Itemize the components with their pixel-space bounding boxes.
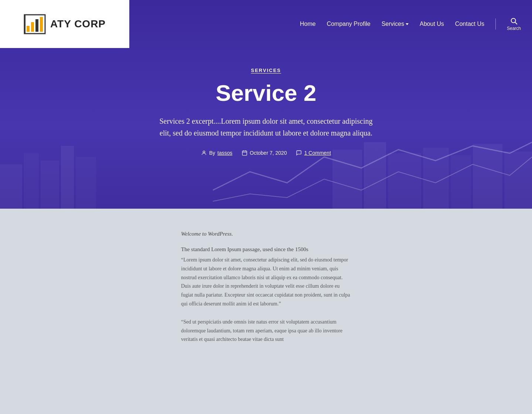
logo-text: ATY CORP xyxy=(50,18,106,30)
lorem-heading: The standard Lorem Ipsum passage, used s… xyxy=(181,246,351,253)
svg-rect-5 xyxy=(24,15,25,34)
svg-line-7 xyxy=(515,22,517,24)
hero-meta: By tassos October 7, 2020 1 Comment xyxy=(155,150,377,156)
logo-icon xyxy=(24,14,46,34)
svg-rect-21 xyxy=(242,151,247,155)
comments-count[interactable]: 1 Comment xyxy=(304,150,331,156)
svg-rect-8 xyxy=(0,164,22,209)
main-nav: Home Company Profile Services About Us C… xyxy=(300,17,532,31)
comments-meta: 1 Comment xyxy=(296,150,331,156)
svg-rect-4 xyxy=(40,17,43,32)
nav-services[interactable]: Services xyxy=(382,21,404,27)
date-meta: October 7, 2020 xyxy=(242,150,287,156)
svg-rect-9 xyxy=(24,153,39,209)
post-date: October 7, 2020 xyxy=(250,150,287,156)
nav-divider xyxy=(495,18,496,30)
nav-services-wrapper: Services xyxy=(382,21,409,27)
hero-excerpt: Services 2 excerpt....Lorem ipsum dolor … xyxy=(155,115,377,139)
author-label: By xyxy=(209,150,215,156)
hero-category: SERVICES xyxy=(155,68,377,73)
svg-rect-11 xyxy=(61,146,74,209)
nav-company-profile[interactable]: Company Profile xyxy=(327,21,370,27)
site-header: ATY CORP Home Company Profile Services A… xyxy=(0,0,532,48)
author-icon xyxy=(201,150,207,156)
search-icon xyxy=(510,17,518,25)
search-label: Search xyxy=(507,26,521,31)
content-inner: Welcome to WordPress. The standard Lorem… xyxy=(174,231,358,344)
logo-box: ATY CORP xyxy=(0,0,129,48)
svg-rect-12 xyxy=(76,157,96,209)
lorem-paragraph-1: “Lorem ipsum dolor sit amet, consectetur… xyxy=(181,256,351,308)
hero-content: SERVICES Service 2 Services 2 excerpt...… xyxy=(155,53,377,155)
lorem-paragraph-2: “Sed ut perspiciatis unde omnis iste nat… xyxy=(181,318,351,344)
author-name[interactable]: tassos xyxy=(218,150,232,156)
svg-rect-2 xyxy=(31,22,34,32)
main-content: Welcome to WordPress. The standard Lorem… xyxy=(0,209,532,414)
nav-home[interactable]: Home xyxy=(300,21,316,27)
search-button[interactable]: Search xyxy=(507,17,521,31)
nav-contact-us[interactable]: Contact Us xyxy=(455,21,484,27)
nav-about-us[interactable]: About Us xyxy=(420,21,444,27)
author-meta: By tassos xyxy=(201,150,232,156)
hero-title: Service 2 xyxy=(155,81,377,106)
svg-rect-10 xyxy=(41,161,59,209)
welcome-text: Welcome to WordPress. xyxy=(181,231,351,237)
svg-rect-3 xyxy=(35,19,38,32)
comment-icon xyxy=(296,150,302,156)
calendar-icon xyxy=(242,150,248,156)
svg-point-20 xyxy=(203,151,205,153)
svg-rect-1 xyxy=(27,26,30,32)
chevron-down-icon xyxy=(406,23,409,25)
